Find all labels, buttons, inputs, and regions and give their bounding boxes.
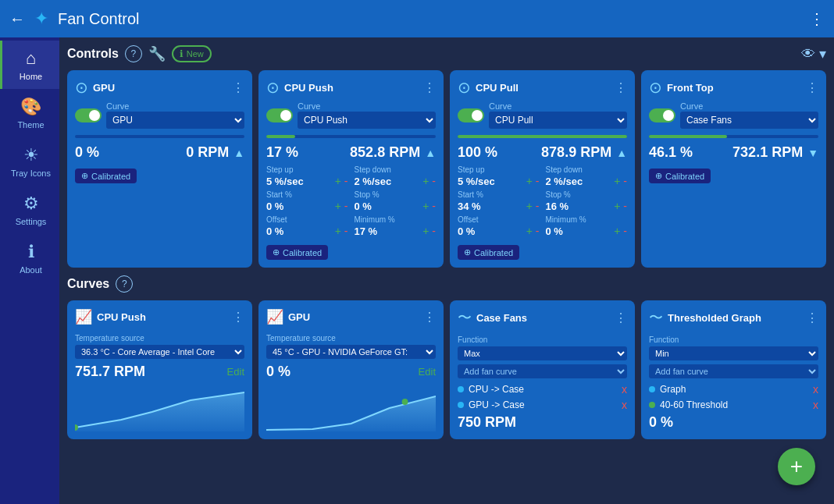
case-fans-func-select[interactable]: Max: [458, 346, 627, 360]
cpu-push-toggle[interactable]: [266, 108, 293, 122]
cpu-push-curve-select[interactable]: CPU Push: [298, 112, 436, 129]
gpu-curve-select[interactable]: GPU: [106, 112, 244, 129]
offset-minus[interactable]: -: [344, 225, 348, 237]
cpu-pull-offset-plus[interactable]: +: [526, 225, 533, 237]
eye-button[interactable]: 👁 ▾: [801, 45, 826, 62]
min-pct-field: Minimum % 17 % + -: [355, 215, 437, 237]
cpu-pull-step-up-minus[interactable]: -: [536, 175, 540, 187]
thresholded-remove-0[interactable]: x: [813, 383, 818, 396]
case-fans-remove-1[interactable]: x: [622, 399, 627, 411]
gpu-card-icon: ⊙: [75, 78, 88, 97]
thresholded-curve-title: Thresholded Graph: [668, 312, 801, 324]
step-up-field: Step up 5 %/sec + -: [266, 165, 348, 187]
front-top-rpm-arrow: ▼: [807, 147, 818, 159]
cpu-push-curve-row: Curve CPU Push: [266, 101, 436, 129]
gpu-card-menu[interactable]: ⋮: [232, 80, 244, 95]
cpu-push-card-title: CPU Push: [284, 82, 419, 94]
cpu-pull-rpm: 878.9 RPM: [502, 144, 611, 161]
step-down-minus[interactable]: -: [432, 175, 436, 187]
cpu-pull-offset-value-row: 0 % + -: [458, 225, 540, 237]
cpu-pull-calibrated-text: Calibrated: [474, 248, 513, 257]
cpu-push-card-menu[interactable]: ⋮: [423, 80, 436, 95]
step-up-minus[interactable]: -: [344, 175, 348, 187]
cpu-push-temp-source-select[interactable]: 36.3 °C - Core Average - Intel Core: [75, 345, 244, 359]
controls-header: Controls ? 🔧 New 👁 ▾: [67, 45, 826, 62]
sidebar-item-home[interactable]: ⌂ Home: [0, 41, 59, 89]
cpu-pull-start-pct-plus[interactable]: +: [526, 200, 533, 212]
cpu-pull-step-down-value-row: 2 %/sec + -: [546, 175, 628, 187]
gpu-temp-source-select[interactable]: 45 °C - GPU - NVIDIA GeForce GT:: [266, 345, 436, 359]
step-up-plus[interactable]: +: [335, 175, 341, 187]
thresholded-add-select[interactable]: Add fan curve: [649, 364, 818, 378]
start-pct-plus[interactable]: +: [335, 200, 341, 212]
gpu-progress-bg: [75, 135, 244, 138]
cpu-pull-min-pct-minus[interactable]: -: [623, 225, 627, 237]
cpu-push-curve-menu[interactable]: ⋮: [232, 310, 244, 325]
cpu-push-edit-button[interactable]: Edit: [227, 366, 244, 378]
sidebar-item-settings[interactable]: ⚙ Settings: [0, 186, 59, 234]
cpu-pull-card-icon: ⊙: [458, 78, 471, 97]
sidebar-item-tray[interactable]: ☀ Tray Icons: [0, 137, 59, 186]
cpu-pull-card-menu[interactable]: ⋮: [615, 80, 627, 95]
cpu-pull-start-pct-label: Start %: [458, 190, 540, 199]
cpu-pull-start-pct-minus[interactable]: -: [536, 200, 540, 212]
case-fans-curve-menu[interactable]: ⋮: [615, 311, 627, 325]
stop-pct-minus[interactable]: -: [432, 200, 436, 212]
thresholded-remove-1[interactable]: x: [813, 399, 818, 411]
cpu-pull-offset-minus[interactable]: -: [536, 225, 540, 237]
step-down-plus[interactable]: +: [422, 175, 429, 187]
case-fans-total-rpm: 750 RPM: [458, 414, 627, 431]
thresholded-func-select[interactable]: Min: [649, 346, 818, 360]
case-fans-add-select[interactable]: Add fan curve: [458, 364, 627, 378]
case-fans-curve-header: 〜 Case Fans ⋮: [458, 308, 627, 327]
cpu-push-rpm-edit-row: 751.7 RPM Edit: [75, 364, 244, 380]
cpu-push-curve-rpm: 751.7 RPM: [75, 364, 145, 380]
cpu-pull-stop-pct-plus[interactable]: +: [614, 200, 620, 212]
gpu-toggle[interactable]: [75, 108, 102, 122]
case-fans-remove-0[interactable]: x: [622, 383, 627, 396]
min-pct-plus[interactable]: +: [422, 225, 429, 237]
sidebar-item-about[interactable]: ℹ About: [0, 234, 59, 282]
menu-button[interactable]: ⋮: [809, 9, 825, 28]
cpu-pull-offset-field: Offset 0 % + -: [458, 215, 540, 237]
add-fab-button[interactable]: +: [778, 448, 815, 485]
case-fans-curve-icon: 〜: [458, 308, 472, 327]
app-icon: ✦: [34, 9, 48, 29]
cpu-pull-card-title: CPU Pull: [476, 82, 610, 94]
cpu-push-calibrated-icon: ⊕: [273, 247, 280, 257]
gpu-control-card: ⊙ GPU ⋮ Curve GPU 0: [67, 70, 252, 268]
cpu-pull-start-pct-value: 34 %: [458, 201, 523, 212]
main-layout: ⌂ Home 🎨 Theme ☀ Tray Icons ⚙ Settings ℹ…: [0, 37, 834, 504]
cpu-pull-step-down-plus[interactable]: +: [614, 175, 620, 187]
case-fans-item-0: CPU -> Case x: [458, 383, 627, 396]
cpu-pull-toggle[interactable]: [458, 108, 484, 122]
cpu-pull-stop-pct-minus[interactable]: -: [623, 200, 627, 212]
control-cards-row: ⊙ GPU ⋮ Curve GPU 0: [67, 70, 826, 268]
thresholded-curve-menu[interactable]: ⋮: [806, 311, 818, 325]
gpu-curve-row: Curve GPU: [75, 101, 244, 129]
cpu-push-calibrated-text: Calibrated: [283, 248, 322, 257]
gpu-curve-icon: 📈: [266, 308, 283, 325]
gpu-edit-button[interactable]: Edit: [419, 366, 436, 378]
cpu-pull-min-pct-plus[interactable]: +: [614, 225, 620, 237]
cpu-pull-step-up-plus[interactable]: +: [526, 175, 533, 187]
offset-plus[interactable]: +: [335, 225, 341, 237]
back-button[interactable]: ←: [9, 10, 25, 28]
front-top-card-menu[interactable]: ⋮: [806, 80, 818, 95]
start-pct-minus[interactable]: -: [344, 200, 348, 212]
min-pct-minus[interactable]: -: [432, 225, 436, 237]
sidebar-item-theme[interactable]: 🎨 Theme: [0, 89, 59, 137]
step-down-value: 2 %/sec: [355, 176, 420, 187]
wrench-icon[interactable]: 🔧: [148, 45, 166, 62]
front-top-card-title: Front Top: [667, 82, 801, 94]
gpu-curve-menu[interactable]: ⋮: [423, 310, 436, 325]
stop-pct-plus[interactable]: +: [422, 200, 429, 212]
curves-help-button[interactable]: ?: [116, 275, 133, 293]
front-top-curve-select[interactable]: Case Fans: [680, 112, 818, 129]
case-fans-name-1: GPU -> Case: [469, 399, 617, 410]
cpu-pull-curve-select[interactable]: CPU Pull: [489, 112, 627, 129]
front-top-toggle[interactable]: [649, 108, 675, 122]
gpu-pct: 0 %: [75, 144, 110, 161]
controls-help-button[interactable]: ?: [125, 45, 142, 62]
cpu-pull-step-down-minus[interactable]: -: [623, 175, 627, 187]
